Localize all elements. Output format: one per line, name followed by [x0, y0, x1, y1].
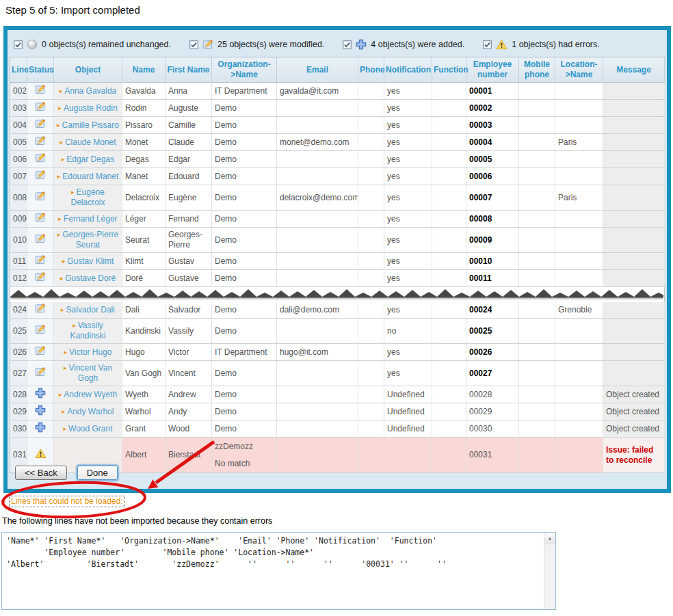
first-name-cell: Anna — [166, 83, 212, 100]
summary-checkbox[interactable] — [14, 40, 23, 49]
email-cell: delacroix@demo.com — [277, 185, 358, 211]
org-note: No match — [215, 459, 274, 469]
organization-cell: Demo — [212, 270, 277, 287]
employee-number-cell: 00002 — [466, 100, 519, 117]
first-name-cell: Vassily — [166, 319, 212, 344]
phone-cell — [358, 438, 384, 473]
bullet-arrow-icon: ▸ — [62, 156, 65, 163]
function-cell — [432, 319, 466, 344]
organization-cell: IT Department — [212, 344, 277, 361]
location-cell — [555, 83, 603, 100]
error-description: The following lines have not been import… — [2, 516, 673, 526]
button-row: << Back Done — [15, 466, 118, 480]
status-cell — [27, 253, 54, 270]
column-header-employee-number: Employee number — [466, 57, 519, 83]
status-cell — [27, 403, 54, 420]
summary-bar: 0 objects(s) remained unchanged.25 objec… — [8, 30, 667, 57]
object-link[interactable]: Camille Pissaro — [62, 120, 119, 130]
status-cell — [27, 83, 54, 100]
function-cell — [432, 134, 466, 151]
object-cell: ▸Andy Warhol — [54, 403, 122, 420]
summary-checkbox[interactable] — [483, 40, 492, 49]
name-cell: Pissaro — [122, 117, 166, 134]
collapse-caret-icon[interactable]: ▾ — [2, 498, 5, 505]
scroll-up-icon[interactable]: ▲ — [544, 533, 555, 544]
mobile-phone-cell — [519, 100, 555, 117]
function-cell — [432, 100, 466, 117]
line-cell: 006 — [10, 151, 27, 168]
location-cell — [555, 228, 603, 253]
object-link[interactable]: Andy Warhol — [67, 407, 114, 416]
notification-cell: yes — [384, 270, 432, 287]
modified-icon — [202, 39, 213, 50]
function-cell — [432, 185, 466, 211]
object-link[interactable]: Anna Gavalda — [64, 86, 116, 96]
object-link[interactable]: Edouard Manet — [62, 172, 118, 181]
email-cell — [277, 117, 358, 134]
organization-cell: Demo — [212, 361, 277, 386]
phone-cell — [358, 134, 384, 151]
function-cell — [432, 344, 466, 361]
employee-number-cell: 00008 — [466, 211, 519, 228]
summary-checkbox[interactable] — [189, 40, 198, 49]
employee-number-cell: 00001 — [466, 83, 519, 100]
mobile-phone-cell — [519, 403, 555, 420]
employee-number-cell: 00026 — [466, 344, 519, 361]
back-button[interactable]: << Back — [15, 466, 67, 480]
mobile-phone-cell — [519, 253, 555, 270]
object-link[interactable]: Vincent Van Gogh — [68, 363, 112, 383]
object-link[interactable]: Andrew Wyeth — [64, 390, 117, 399]
mobile-phone-cell — [519, 168, 555, 185]
status-cell — [27, 344, 54, 361]
message-cell — [603, 302, 665, 319]
line-cell: 027 — [10, 361, 27, 386]
email-cell — [277, 438, 358, 473]
object-link[interactable]: Gustave Doré — [65, 273, 116, 283]
object-link[interactable]: Salvador Dali — [66, 305, 115, 314]
object-link[interactable]: Edgar Degas — [66, 155, 114, 164]
summary-label: 4 objects(s) were added. — [371, 40, 464, 49]
bullet-arrow-icon: ▸ — [57, 122, 60, 129]
lines-not-loaded-link[interactable]: Lines that could not be loaded: — [9, 496, 124, 507]
function-cell — [432, 117, 466, 134]
object-link[interactable]: Claude Monet — [65, 137, 116, 147]
line-cell: 005 — [10, 134, 27, 151]
summary-label: 25 objects(s) were modified. — [217, 40, 324, 49]
column-header-first-name: First Name — [166, 57, 212, 83]
object-link[interactable]: Auguste Rodin — [64, 103, 118, 113]
function-cell — [432, 420, 466, 438]
codebox-scrollbar[interactable]: ▲ — [544, 533, 555, 609]
line-cell: 011 — [10, 253, 27, 270]
bullet-arrow-icon: ▸ — [62, 408, 66, 415]
mobile-phone-cell — [519, 438, 555, 473]
object-link[interactable]: Gustav Klimt — [67, 256, 114, 266]
bullet-arrow-icon: ▸ — [72, 322, 76, 329]
phone-cell — [358, 168, 384, 185]
phone-cell — [358, 319, 384, 344]
object-link[interactable]: Wood Grant — [68, 424, 112, 433]
object-cell: ▸Vassily Kandinski — [54, 319, 122, 344]
location-cell — [555, 151, 603, 168]
phone-cell — [358, 403, 384, 420]
object-link[interactable]: Fernand Léger — [64, 214, 118, 224]
mobile-phone-cell — [519, 83, 555, 100]
object-link[interactable]: Eugène Delacroix — [70, 187, 105, 207]
object-cell: ▸Camille Pissaro — [54, 117, 122, 134]
summary-checkbox[interactable] — [343, 40, 352, 49]
message-cell — [603, 211, 665, 228]
raw-lines-box[interactable]: 'Name*' 'First Name*' 'Organization->Nam… — [1, 532, 556, 610]
done-button[interactable]: Done — [77, 466, 118, 480]
table-row: 004▸Camille PissaroPissaroCamilleDemoyes… — [10, 117, 665, 134]
message-cell — [603, 319, 665, 344]
table-row: 024▸Salvador DaliDaliSalvadorDemodali@de… — [10, 302, 665, 319]
modified-icon — [35, 258, 46, 267]
email-cell: gavalda@it.com — [277, 83, 358, 100]
name-cell: Manet — [122, 168, 166, 185]
status-cell — [27, 361, 54, 386]
object-cell: ▸Anna Gavalda — [54, 83, 122, 100]
column-header-organization-name: Organization-​>Name — [212, 57, 277, 83]
object-link[interactable]: Victor Hugo — [69, 347, 111, 357]
bullet-arrow-icon: ▸ — [60, 88, 63, 94]
object-link[interactable]: Georges-Pierre Seurat — [62, 230, 118, 250]
employee-number-cell: 00007 — [466, 185, 519, 211]
